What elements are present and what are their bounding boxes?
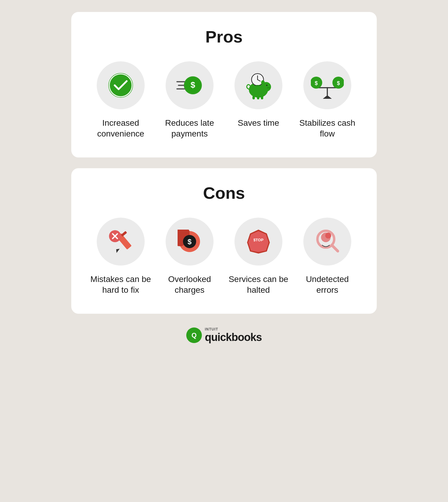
item-overlooked-charges: $ Overlooked charges — [158, 218, 221, 296]
svg-point-15 — [267, 87, 271, 90]
svg-rect-22 — [256, 85, 260, 86]
quickbooks-logo: Q intuit quickbooks — [186, 327, 262, 343]
item-stabilizes-cash-flow: $ $ Stabilizes cash flow — [296, 61, 359, 139]
label-stabilizes-cash-flow: Stabilizes cash flow — [296, 118, 359, 139]
svg-point-18 — [266, 85, 267, 86]
svg-rect-32 — [121, 231, 127, 237]
svg-marker-31 — [114, 248, 120, 253]
item-increased-convenience: Increased convenience — [89, 61, 152, 139]
svg-point-14 — [261, 80, 265, 85]
item-undetected-errors: Undetected errors — [296, 218, 359, 296]
icon-circle-errors — [303, 218, 351, 266]
cons-card: Cons Mistakes can be hard to fix — [71, 168, 377, 314]
svg-text:$: $ — [190, 80, 195, 90]
piggy-clock-icon — [243, 71, 273, 100]
pros-items-row: Increased convenience $ Reduces late pay… — [89, 61, 359, 139]
svg-point-16 — [268, 87, 269, 88]
item-services-halted: $TOP Services can be halted — [227, 218, 290, 296]
icon-circle-charges: $ — [166, 218, 214, 266]
svg-marker-25 — [323, 95, 332, 99]
item-saves-time: Saves time — [227, 61, 290, 128]
svg-point-44 — [325, 233, 331, 239]
error-pencil-icon — [107, 227, 135, 256]
stop-icon: $TOP — [244, 228, 273, 255]
icon-circle-mistakes — [97, 218, 145, 266]
item-mistakes-hard-fix: Mistakes can be hard to fix — [89, 218, 152, 296]
label-overlooked-charges: Overlooked charges — [158, 274, 221, 296]
svg-rect-20 — [257, 96, 259, 99]
pros-card: Pros Increased convenience $ — [71, 12, 377, 157]
label-reduces-late-payments: Reduces late payments — [158, 118, 221, 139]
dollar-speed-icon: $ — [175, 73, 204, 97]
label-increased-convenience: Increased convenience — [89, 118, 152, 139]
label-saves-time: Saves time — [238, 118, 279, 128]
svg-text:$: $ — [187, 238, 192, 246]
footer: Q intuit quickbooks — [186, 327, 262, 343]
svg-text:$: $ — [315, 80, 318, 86]
svg-point-17 — [269, 87, 270, 88]
icon-circle-cashflow: $ $ — [303, 61, 351, 109]
quickbooks-label: quickbooks — [205, 331, 262, 343]
balance-icon: $ $ — [311, 71, 344, 100]
svg-rect-21 — [261, 96, 263, 99]
label-services-halted: Services can be halted — [227, 274, 290, 296]
icon-circle-halted: $TOP — [234, 218, 282, 266]
label-undetected-errors: Undetected errors — [296, 274, 359, 296]
label-mistakes-hard-fix: Mistakes can be hard to fix — [89, 274, 152, 296]
pros-title: Pros — [89, 27, 359, 46]
intuit-label: intuit — [205, 327, 218, 331]
svg-point-0 — [109, 73, 133, 97]
svg-rect-19 — [252, 96, 255, 99]
svg-text:$: $ — [337, 80, 340, 86]
cons-title: Cons — [89, 183, 359, 203]
dollar-dark-icon: $ — [178, 230, 202, 254]
icon-circle-time — [234, 61, 282, 109]
qb-logo-circle: Q — [186, 327, 202, 343]
qb-logo-icon: Q — [189, 330, 199, 340]
icon-circle-convenience — [97, 61, 145, 109]
icon-circle-payments: $ — [166, 61, 214, 109]
cons-items-row: Mistakes can be hard to fix $ Overlooked… — [89, 218, 359, 296]
svg-text:$TOP: $TOP — [253, 238, 264, 242]
svg-text:Q: Q — [191, 331, 196, 339]
item-reduces-late-payments: $ Reduces late payments — [158, 61, 221, 139]
magnify-icon — [313, 227, 342, 256]
checkmark-icon — [107, 72, 134, 99]
svg-line-42 — [332, 245, 338, 251]
